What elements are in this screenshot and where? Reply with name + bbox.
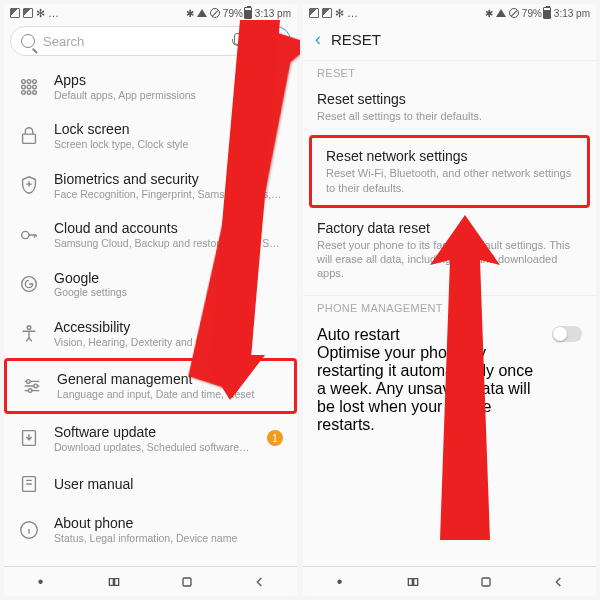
mic-icon[interactable] [230,33,244,49]
row-sub: Face Recognition, Fingerprint, Samsung P… [54,188,283,201]
svg-point-14 [34,384,38,388]
item-title: Auto restart [317,326,542,344]
row-title: Software update [54,424,253,441]
item-sub: Optimise your phone by restarting it aut… [317,344,542,434]
notif-more: … [48,7,59,19]
svg-point-8 [33,90,37,94]
battery-pct: 79% [522,8,542,19]
svg-point-10 [22,231,29,238]
reset-network-item[interactable]: Reset network settings Reset Wi-Fi, Blue… [309,135,590,208]
auto-restart-toggle[interactable] [552,326,582,342]
battery-pct: 79% [223,8,243,19]
row-accessibility[interactable]: Accessibility Vision, Hearing, Dexterity… [4,309,297,358]
battery-icon [244,7,252,19]
location-off-icon [210,8,220,18]
auto-restart-item[interactable]: Auto restart Optimise your phone by rest… [303,316,596,444]
row-sub: Screen lock type, Clock style [54,138,283,151]
svg-rect-20 [482,578,490,586]
row-google[interactable]: Google Google settings [4,260,297,309]
svg-point-4 [27,85,31,89]
nav-recents[interactable] [403,572,423,592]
svg-point-2 [33,79,37,83]
row-software-update[interactable]: Software update Download updates, Schedu… [4,414,297,463]
reset-settings-item[interactable]: Reset settings Reset all settings to the… [303,81,596,133]
section-reset-label: RESET [303,60,596,81]
row-sub: Google settings [54,286,283,299]
nav-home[interactable] [177,572,197,592]
nav-bar: • [4,566,297,596]
item-sub: Reset your phone to its factory default … [317,238,582,281]
row-sub: Language and input, Date and time, Reset [57,388,280,401]
settings-list: Apps Default apps, App permissions Lock … [4,62,297,566]
bluetooth-icon [485,8,493,19]
account-button[interactable] [261,26,291,56]
row-apps[interactable]: Apps Default apps, App permissions [4,62,297,111]
apps-icon [18,76,40,98]
book-icon [18,473,40,495]
notif-more: … [347,7,358,19]
row-general-management[interactable]: General management Language and input, D… [4,358,297,413]
nav-bar: • [303,566,596,596]
row-title: About phone [54,515,283,532]
nav-dot[interactable]: • [330,572,350,592]
svg-point-7 [27,90,31,94]
info-icon [18,519,40,541]
row-biometrics[interactable]: Biometrics and security Face Recognition… [4,161,297,210]
right-phone: … 79% 3:13 pm ‹ RESET RESET Reset settin… [303,4,596,596]
lock-icon [18,125,40,147]
svg-point-3 [22,85,26,89]
row-cloud[interactable]: Cloud and accounts Samsung Cloud, Backup… [4,210,297,259]
svg-point-1 [27,79,31,83]
nav-recents[interactable] [104,572,124,592]
search-field[interactable]: Search [10,26,255,56]
back-arrow-icon[interactable]: ‹ [315,30,321,48]
person-icon [269,34,283,48]
notif-photo-icon [309,8,319,18]
notif-photo-icon [23,8,33,18]
download-icon [18,427,40,449]
row-title: User manual [54,476,283,493]
row-title: Lock screen [54,121,283,138]
shield-icon [18,174,40,196]
svg-point-0 [22,79,26,83]
nav-home[interactable] [476,572,496,592]
search-bar: Search [4,22,297,62]
row-sub: Download updates, Scheduled software… [54,441,253,454]
reset-header: ‹ RESET [303,22,596,56]
update-badge: 1 [267,430,283,446]
row-sub: Status, Legal information, Device name [54,532,283,545]
nav-back[interactable] [250,572,270,592]
row-sub: Samsung Cloud, Backup and restore, Smart… [54,237,283,250]
row-title: Accessibility [54,319,283,336]
location-off-icon [509,8,519,18]
section-phone-mgmt-label: PHONE MANAGEMENT [303,295,596,316]
svg-point-12 [27,325,31,329]
row-sub: Default apps, App permissions [54,89,283,102]
factory-reset-item[interactable]: Factory data reset Reset your phone to i… [303,210,596,291]
row-user-manual[interactable]: User manual [4,463,297,505]
accessibility-icon [18,323,40,345]
row-sub: Vision, Hearing, Dexterity and interacti… [54,336,283,349]
battery-icon [543,7,551,19]
clock-time: 3:13 pm [554,8,590,19]
wifi-icon [197,9,207,17]
bluetooth-icon [186,8,194,19]
svg-point-6 [22,90,26,94]
svg-point-5 [33,85,37,89]
notif-photo-icon [10,8,20,18]
nav-dot[interactable]: • [31,572,51,592]
svg-rect-9 [23,134,36,143]
row-title: Cloud and accounts [54,220,283,237]
row-title: Biometrics and security [54,171,283,188]
item-sub: Reset all settings to their defaults. [317,109,582,123]
row-lock-screen[interactable]: Lock screen Screen lock type, Clock styl… [4,111,297,160]
left-phone: … 79% 3:13 pm Search [4,4,297,596]
nav-back[interactable] [549,572,569,592]
svg-point-13 [27,380,31,384]
row-about-phone[interactable]: About phone Status, Legal information, D… [4,505,297,554]
notif-asterisk-icon [36,7,45,20]
wifi-icon [496,9,506,17]
item-title: Reset network settings [326,148,573,164]
status-bar: … 79% 3:13 pm [303,4,596,22]
clock-time: 3:13 pm [255,8,291,19]
